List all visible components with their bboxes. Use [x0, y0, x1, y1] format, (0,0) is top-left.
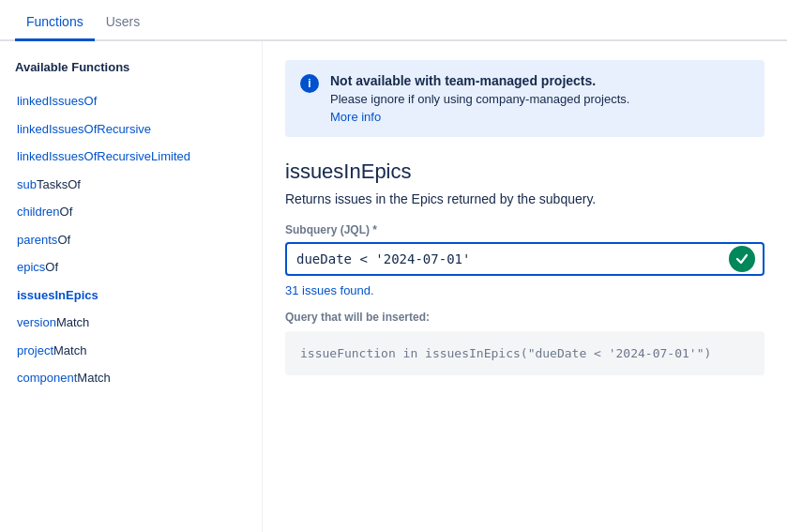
sidebar-item-linkedIssuesOfRecursive[interactable]: linkedIssuesOfRecursive	[15, 115, 247, 144]
info-banner: i Not available with team-managed projec…	[285, 60, 764, 137]
main-layout: Available Functions linkedIssuesOf linke…	[0, 41, 787, 532]
issues-found-text: 31 issues found.	[285, 283, 764, 297]
sidebar-item-childrenOf[interactable]: childrenOf	[15, 198, 247, 226]
sidebar-item-parentsOf[interactable]: parentsOf	[15, 226, 247, 254]
subquery-label: Subquery (JQL) *	[285, 223, 764, 236]
tabs-bar: Functions Users	[0, 0, 787, 41]
query-preview-label: Query that will be inserted:	[285, 311, 764, 324]
sidebar-item-label: linkedIssuesOfRecursiveLimited	[17, 149, 190, 163]
content-panel: i Not available with team-managed projec…	[263, 41, 787, 532]
info-banner-subtitle: Please ignore if only using company-mana…	[330, 92, 629, 106]
sidebar: Available Functions linkedIssuesOf linke…	[0, 41, 263, 532]
sidebar-item-issuesInEpics[interactable]: issuesInEpics	[15, 281, 247, 310]
info-text-group: Not available with team-managed projects…	[330, 73, 629, 124]
tab-functions[interactable]: Functions	[15, 5, 95, 41]
checkmark-icon	[735, 252, 749, 266]
sidebar-item-epicsOf[interactable]: epicsOf	[15, 253, 247, 281]
tab-users[interactable]: Users	[95, 5, 152, 41]
info-icon: i	[300, 74, 319, 93]
jql-input[interactable]	[287, 244, 729, 274]
sidebar-item-linkedIssuesOfRecursiveLimited[interactable]: linkedIssuesOfRecursiveLimited	[15, 143, 247, 171]
sidebar-item-componentMatch[interactable]: componentMatch	[15, 364, 247, 392]
info-banner-title: Not available with team-managed projects…	[330, 73, 629, 88]
query-preview-box: issueFunction in issuesInEpics("dueDate …	[285, 331, 764, 375]
function-name: issuesInEpics	[285, 160, 764, 184]
jql-input-wrapper	[285, 242, 764, 276]
sidebar-item-projectMatch[interactable]: projectMatch	[15, 337, 247, 365]
validation-check-icon	[729, 246, 755, 272]
sidebar-item-label: linkedIssuesOfRecursive	[17, 122, 151, 136]
sidebar-item-linkedIssuesOf[interactable]: linkedIssuesOf	[15, 87, 247, 115]
sidebar-item-label: linkedIssuesOf	[17, 94, 97, 108]
sidebar-item-subTasksOf[interactable]: subTasksOf	[15, 171, 247, 199]
info-more-link[interactable]: More info	[330, 110, 629, 124]
function-description: Returns issues in the Epics returned by …	[285, 191, 764, 206]
sidebar-title: Available Functions	[15, 60, 247, 74]
sidebar-item-versionMatch[interactable]: versionMatch	[15, 309, 247, 337]
